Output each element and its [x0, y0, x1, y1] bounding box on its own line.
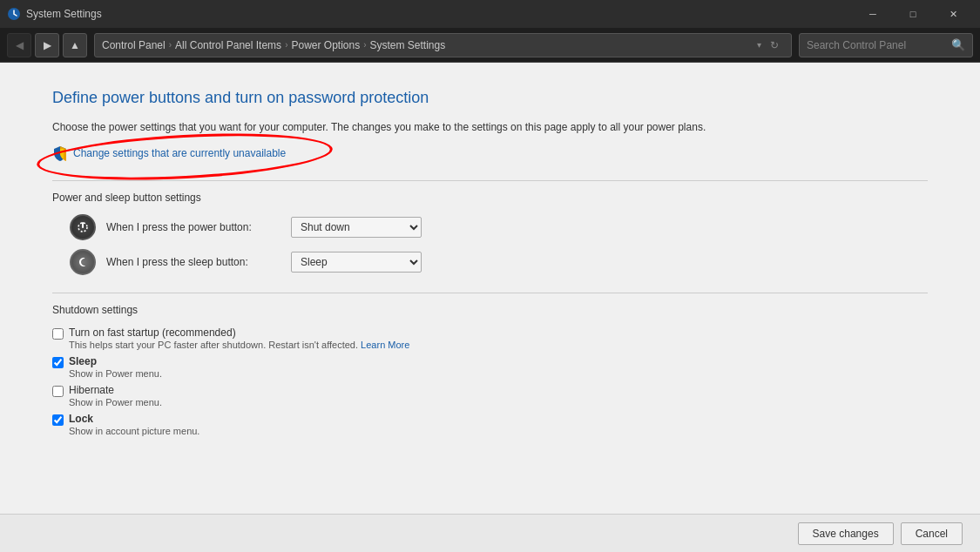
power-button-row: When I press the power button: Do nothin…: [70, 214, 928, 240]
power-button-select[interactable]: Do nothing Sleep Hibernate Shut down Tur…: [291, 217, 422, 238]
cancel-button[interactable]: Cancel: [901, 522, 963, 545]
close-button[interactable]: ✕: [933, 0, 973, 28]
main-wrapper: Define power buttons and turn on passwor…: [0, 63, 980, 552]
lock-content: Lock Show in account picture menu.: [69, 413, 199, 436]
fast-startup-label: Turn on fast startup (recommended): [69, 326, 409, 339]
content-area: Define power buttons and turn on passwor…: [0, 63, 980, 552]
power-button-label: When I press the power button:: [106, 221, 280, 233]
breadcrumb-end: ▾ ↻: [752, 36, 784, 55]
sleep-content: Sleep Show in Power menu.: [69, 355, 162, 379]
hibernate-content: Hibernate Show in Power menu.: [69, 384, 162, 407]
fast-startup-desc: This helps start your PC faster after sh…: [69, 340, 409, 350]
lock-checkbox-row: Lock Show in account picture menu.: [52, 413, 928, 436]
window-title: System Settings: [26, 8, 853, 20]
fast-startup-content: Turn on fast startup (recommended) This …: [69, 326, 409, 350]
search-icon: 🔍: [951, 38, 965, 51]
change-settings-row: Change settings that are currently unava…: [52, 145, 286, 161]
search-bar: 🔍: [799, 33, 973, 57]
shutdown-section-title: Shutdown settings: [52, 304, 928, 316]
fast-startup-row: Turn on fast startup (recommended) This …: [52, 326, 928, 350]
power-sleep-section-title: Power and sleep button settings: [52, 192, 928, 204]
refresh-button[interactable]: ↻: [765, 36, 784, 55]
sleep-button-row: When I press the sleep button: Do nothin…: [70, 249, 928, 275]
sleep-checkbox[interactable]: [52, 357, 64, 368]
footer: Save changes Cancel: [0, 514, 980, 552]
search-input[interactable]: [807, 39, 951, 51]
breadcrumb-system-settings[interactable]: System Settings: [370, 39, 446, 51]
lock-checkbox-desc: Show in account picture menu.: [69, 426, 199, 436]
power-button-icon: [70, 214, 96, 240]
hibernate-checkbox[interactable]: [52, 386, 64, 397]
back-button[interactable]: ◀: [7, 33, 31, 57]
maximize-button[interactable]: □: [893, 0, 933, 28]
page-description: Choose the power settings that you want …: [52, 119, 928, 135]
section-divider-1: [52, 180, 928, 181]
forward-button[interactable]: ▶: [35, 33, 59, 57]
button-settings: When I press the power button: Do nothin…: [52, 214, 928, 275]
save-changes-button[interactable]: Save changes: [798, 522, 894, 545]
learn-more-link[interactable]: Learn More: [361, 340, 409, 350]
minimize-button[interactable]: ─: [853, 0, 893, 28]
hibernate-checkbox-row: Hibernate Show in Power menu.: [52, 384, 928, 407]
sleep-checkbox-row: Sleep Show in Power menu.: [52, 355, 928, 379]
sleep-button-icon: [70, 249, 96, 275]
sleep-button-select[interactable]: Do nothing Sleep Hibernate Shut down Tur…: [291, 252, 422, 273]
shutdown-settings: Turn on fast startup (recommended) This …: [52, 326, 928, 436]
breadcrumb-sep-1: ›: [169, 40, 172, 50]
fast-startup-checkbox[interactable]: [52, 328, 64, 340]
breadcrumb-all-items[interactable]: All Control Panel Items: [175, 39, 281, 51]
sleep-button-label: When I press the sleep button:: [106, 256, 280, 268]
breadcrumb-dropdown-icon[interactable]: ▾: [757, 40, 761, 50]
app-icon: [7, 7, 21, 21]
breadcrumb-sep-3: ›: [363, 40, 366, 50]
nav-bar: ◀ ▶ ▲ Control Panel › All Control Panel …: [0, 28, 980, 63]
sleep-checkbox-desc: Show in Power menu.: [69, 368, 162, 379]
shield-uac-icon: [52, 145, 68, 161]
breadcrumb-bar: Control Panel › All Control Panel Items …: [94, 33, 792, 57]
up-button[interactable]: ▲: [63, 33, 87, 57]
breadcrumb-power-options[interactable]: Power Options: [291, 39, 360, 51]
page-title: Define power buttons and turn on passwor…: [52, 89, 928, 107]
hibernate-checkbox-desc: Show in Power menu.: [69, 397, 162, 407]
hibernate-checkbox-label: Hibernate: [69, 384, 162, 396]
change-settings-link[interactable]: Change settings that are currently unava…: [73, 147, 286, 159]
lock-checkbox[interactable]: [52, 414, 64, 426]
lock-checkbox-label: Lock: [69, 413, 199, 425]
title-bar: System Settings ─ □ ✕: [0, 0, 980, 28]
window-controls: ─ □ ✕: [853, 0, 973, 28]
breadcrumb-control-panel[interactable]: Control Panel: [102, 39, 166, 51]
section-divider-2: [52, 293, 928, 293]
breadcrumb-sep-2: ›: [285, 40, 287, 50]
sleep-checkbox-label: Sleep: [69, 355, 162, 367]
